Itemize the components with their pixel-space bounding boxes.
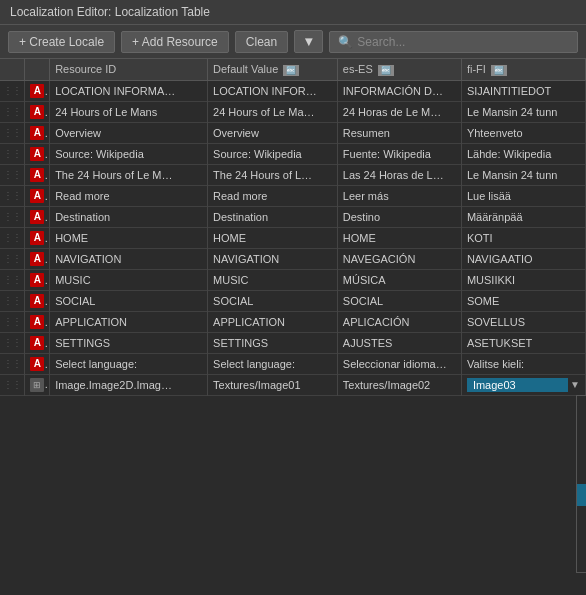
table-row[interactable]: ⋮⋮ADestinationDestinationDestinoMääränpä…	[0, 206, 586, 227]
fi-fi-cell[interactable]: Lue lisää	[461, 185, 585, 206]
es-es-cell[interactable]: Textures/Image02	[337, 374, 461, 395]
dropdown-item[interactable]: Image04	[577, 506, 587, 528]
table-row[interactable]: ⋮⋮ALOCATION INFORMA…LOCATION INFOR…INFOR…	[0, 80, 586, 101]
create-locale-button[interactable]: + Create Locale	[8, 31, 115, 53]
resource-id-cell[interactable]: The 24 Hours of Le M…	[50, 164, 208, 185]
table-row[interactable]: ⋮⋮AOverviewOverviewResumenYhteenveto	[0, 122, 586, 143]
table-row[interactable]: ⋮⋮ANAVIGATIONNAVIGATIONNAVEGACIÓNNAVIGAA…	[0, 248, 586, 269]
default-value-cell[interactable]: NAVIGATION	[208, 248, 338, 269]
resource-id-cell[interactable]: HOME	[50, 227, 208, 248]
default-value-cell[interactable]: 24 Hours of Le Ma…	[208, 101, 338, 122]
resource-id-cell[interactable]: Overview	[50, 122, 208, 143]
drag-handle-cell: ⋮⋮	[0, 185, 25, 206]
default-value-cell[interactable]: Select language:	[208, 353, 338, 374]
es-es-cell[interactable]: SOCIAL	[337, 290, 461, 311]
resource-id-cell[interactable]: APPLICATION	[50, 311, 208, 332]
resource-id-cell[interactable]: Destination	[50, 206, 208, 227]
es-es-cell[interactable]: NAVEGACIÓN	[337, 248, 461, 269]
es-es-cell[interactable]: APLICACIÓN	[337, 311, 461, 332]
fi-fi-cell[interactable]: Le Mansin 24 tunn	[461, 164, 585, 185]
es-es-cell[interactable]: MÚSICA	[337, 269, 461, 290]
es-es-cell[interactable]: 24 Horas de Le M…	[337, 101, 461, 122]
default-value-cell[interactable]: HOME	[208, 227, 338, 248]
search-input[interactable]	[357, 35, 569, 49]
fi-fi-cell[interactable]: Le Mansin 24 tunn	[461, 101, 585, 122]
table-row[interactable]: ⋮⋮ASETTINGSSETTINGSAJUSTESASETUKSET	[0, 332, 586, 353]
table-row[interactable]: ⋮⋮⊞Image.Image2D.Imag…Textures/Image01Te…	[0, 374, 586, 395]
dropdown-item[interactable]: Image01	[577, 440, 587, 462]
table-row[interactable]: ⋮⋮AHOMEHOMEHOMEKOTI	[0, 227, 586, 248]
fi-fi-cell[interactable]: MUSIIKKI	[461, 269, 585, 290]
resource-id-cell[interactable]: SETTINGS	[50, 332, 208, 353]
default-value-cell[interactable]: LOCATION INFOR…	[208, 80, 338, 101]
dropdown-cell[interactable]: Image03 ▼	[467, 378, 580, 392]
es-es-cell[interactable]: Fuente: Wikipedia	[337, 143, 461, 164]
dropdown-item[interactable]: Image03	[577, 484, 587, 506]
dropdown-arrow-icon[interactable]: ▼	[570, 379, 580, 390]
dropdown-item[interactable]: Image06	[577, 550, 587, 572]
resource-id-cell[interactable]: Image.Image2D.Imag…	[50, 374, 208, 395]
es-es-cell[interactable]: AJUSTES	[337, 332, 461, 353]
row-type-cell: ⊞	[25, 374, 50, 395]
table-row[interactable]: ⋮⋮ASOCIALSOCIALSOCIALSOME	[0, 290, 586, 311]
fi-fi-cell[interactable]: Yhteenveto	[461, 122, 585, 143]
resource-id-cell[interactable]: MUSIC	[50, 269, 208, 290]
table-row[interactable]: ⋮⋮ASource: WikipediaSource: WikipediaFue…	[0, 143, 586, 164]
resource-id-cell[interactable]: Select language:	[50, 353, 208, 374]
col-default-value[interactable]: Default Value 🔤	[208, 59, 338, 80]
filter-button[interactable]: ▼	[294, 30, 323, 53]
clean-button[interactable]: Clean	[235, 31, 288, 53]
default-value-cell[interactable]: Textures/Image01	[208, 374, 338, 395]
fi-fi-cell[interactable]: ASETUKSET	[461, 332, 585, 353]
fi-fi-cell[interactable]: SOVELLUS	[461, 311, 585, 332]
resource-id-cell[interactable]: Read more	[50, 185, 208, 206]
fi-fi-cell[interactable]: Valitse kieli:	[461, 353, 585, 374]
fi-fi-cell[interactable]: NAVIGAATIO	[461, 248, 585, 269]
default-value-cell[interactable]: SETTINGS	[208, 332, 338, 353]
toolbar: + Create Locale + Add Resource Clean ▼ 🔍	[0, 25, 586, 59]
es-es-cell[interactable]: Las 24 Horas de L…	[337, 164, 461, 185]
search-box: 🔍	[329, 31, 578, 53]
dropdown-item[interactable]: Image05	[577, 528, 587, 550]
resource-id-cell[interactable]: 24 Hours of Le Mans	[50, 101, 208, 122]
resource-id-cell[interactable]: Source: Wikipedia	[50, 143, 208, 164]
table-row[interactable]: ⋮⋮AAPPLICATIONAPPLICATIONAPLICACIÓNSOVEL…	[0, 311, 586, 332]
dropdown-item[interactable]: Background LeftToRight	[577, 418, 587, 440]
es-es-cell[interactable]: HOME	[337, 227, 461, 248]
table-row[interactable]: ⋮⋮ARead moreRead moreLeer másLue lisää	[0, 185, 586, 206]
drag-handle-icon: ⋮⋮	[3, 211, 21, 222]
col-fi-fi[interactable]: fi-FI 🔤	[461, 59, 585, 80]
col-resource-id[interactable]: Resource ID	[50, 59, 208, 80]
col-es-es[interactable]: es-ES 🔤	[337, 59, 461, 80]
default-value-cell[interactable]: The 24 Hours of L…	[208, 164, 338, 185]
drag-handle-icon: ⋮⋮	[3, 337, 21, 348]
default-value-cell[interactable]: Overview	[208, 122, 338, 143]
resource-id-cell[interactable]: NAVIGATION	[50, 248, 208, 269]
es-es-cell[interactable]: Destino	[337, 206, 461, 227]
resource-id-cell[interactable]: SOCIAL	[50, 290, 208, 311]
table-row[interactable]: ⋮⋮ASelect language:Select language:Selec…	[0, 353, 586, 374]
table-row[interactable]: ⋮⋮AMUSICMUSICMÚSICAMUSIIKKI	[0, 269, 586, 290]
default-value-cell[interactable]: APPLICATION	[208, 311, 338, 332]
es-es-cell[interactable]: INFORMACIÓN D…	[337, 80, 461, 101]
fi-fi-cell[interactable]: Määränpää	[461, 206, 585, 227]
fi-fi-cell[interactable]: Image03 ▼	[461, 374, 585, 395]
table-row[interactable]: ⋮⋮A24 Hours of Le Mans24 Hours of Le Ma……	[0, 101, 586, 122]
default-value-cell[interactable]: Destination	[208, 206, 338, 227]
es-es-cell[interactable]: Seleccionar idioma…	[337, 353, 461, 374]
fi-fi-cell[interactable]: Lähde: Wikipedia	[461, 143, 585, 164]
es-es-cell[interactable]: Resumen	[337, 122, 461, 143]
resource-id-cell[interactable]: LOCATION INFORMA…	[50, 80, 208, 101]
default-value-cell[interactable]: Read more	[208, 185, 338, 206]
dropdown-item[interactable]: < URL >	[577, 396, 587, 418]
table-row[interactable]: ⋮⋮AThe 24 Hours of Le M…The 24 Hours of …	[0, 164, 586, 185]
fi-fi-cell[interactable]: SIJAINTITIEDOT	[461, 80, 585, 101]
add-resource-button[interactable]: + Add Resource	[121, 31, 229, 53]
dropdown-item[interactable]: Image02	[577, 462, 587, 484]
fi-fi-cell[interactable]: SOME	[461, 290, 585, 311]
default-value-cell[interactable]: SOCIAL	[208, 290, 338, 311]
default-value-cell[interactable]: MUSIC	[208, 269, 338, 290]
es-es-cell[interactable]: Leer más	[337, 185, 461, 206]
fi-fi-cell[interactable]: KOTI	[461, 227, 585, 248]
default-value-cell[interactable]: Source: Wikipedia	[208, 143, 338, 164]
